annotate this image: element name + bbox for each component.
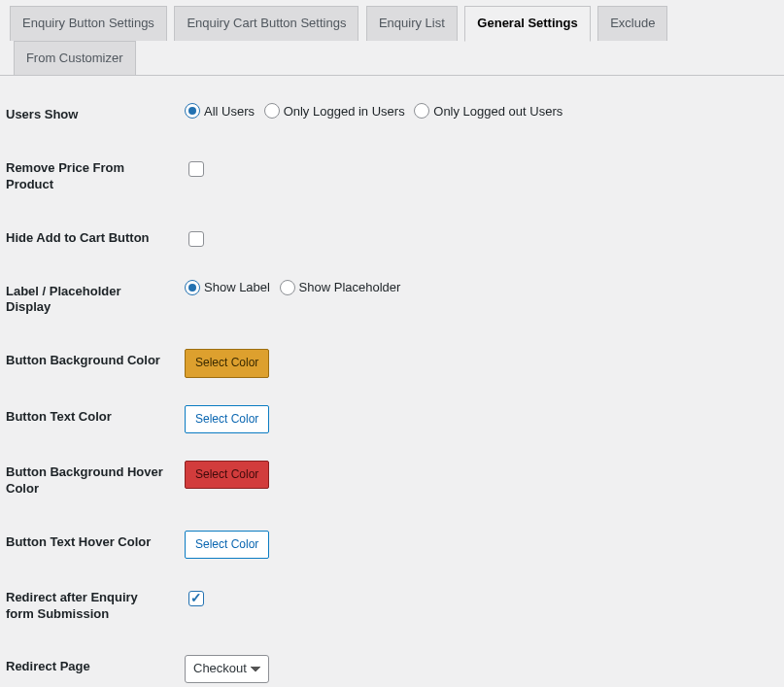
radio-logged-in-label[interactable]: Only Logged in Users [264,103,405,119]
button-bg-hover-color-select[interactable]: Select Color [185,461,269,489]
label-display-group: Show Label Show Placeholder [185,280,774,298]
tab-exclude[interactable]: Exclude [597,6,667,41]
radio-all-users[interactable] [185,103,200,119]
label-button-bg-color: Button Background Color [0,335,175,391]
radio-logged-in-users[interactable] [264,103,280,119]
label-button-text-hover-color: Button Text Hover Color [0,517,175,572]
select-redirect-page-1[interactable]: Checkout [185,655,269,683]
radio-show-placeholder-text: Show Placeholder [299,280,401,294]
label-hide-add-to-cart: Hide Add to Cart Button [0,213,175,266]
radio-logged-out-label[interactable]: Only Logged out Users [414,103,562,119]
button-text-color-select[interactable]: Select Color [185,405,269,433]
radio-logged-out-text: Only Logged out Users [433,104,562,119]
users-show-group: All Users Only Logged in Users Only Logg… [185,103,774,121]
radio-show-label-text: Show Label [204,280,270,294]
button-text-hover-color-select[interactable]: Select Color [185,531,269,559]
checkbox-hide-add-to-cart[interactable] [188,231,204,247]
tab-from-customizer[interactable]: From Customizer [14,41,136,76]
radio-show-label[interactable] [185,280,200,295]
radio-logged-out-users[interactable] [414,103,429,119]
label-button-text-color: Button Text Color [0,392,175,447]
label-users-show: Users Show [0,89,175,143]
tab-general-settings[interactable]: General Settings [464,6,590,42]
radio-all-users-text: All Users [204,104,255,119]
checkbox-redirect-after-submission[interactable] [188,591,204,606]
radio-show-label-label[interactable]: Show Label [185,280,270,295]
label-redirect-page-1: Redirect Page [0,641,175,687]
settings-form: Users Show All Users Only Logged in User… [0,89,784,687]
tab-enquiry-button-settings[interactable]: Enquiry Button Settings [10,6,167,41]
label-label-display: Label / Placeholder Display [0,266,175,336]
button-bg-color-select[interactable]: Select Color [185,349,269,377]
label-button-bg-hover-color: Button Background Hover Color [0,447,175,517]
radio-show-placeholder-label[interactable]: Show Placeholder [280,280,401,295]
tab-enquiry-cart-button-settings[interactable]: Enquiry Cart Button Settings [174,6,358,41]
tab-nav: Enquiry Button Settings Enquiry Cart But… [0,0,784,76]
radio-all-users-label[interactable]: All Users [185,103,255,119]
label-redirect-after-submission: Redirect after Enquiry form Submission [0,572,175,642]
radio-logged-in-text: Only Logged in Users [284,104,405,119]
checkbox-remove-price[interactable] [188,161,204,177]
radio-show-placeholder[interactable] [280,280,295,295]
tab-enquiry-list[interactable]: Enquiry List [366,6,458,41]
label-remove-price: Remove Price From Product [0,143,175,213]
